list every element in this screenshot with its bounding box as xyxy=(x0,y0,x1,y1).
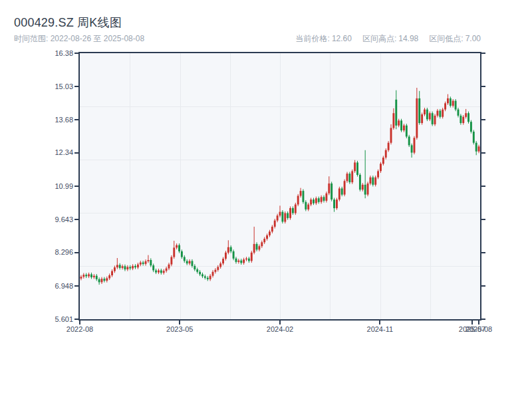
candle-body-up xyxy=(414,138,416,152)
candle-body-down xyxy=(348,174,350,182)
candle-body-up xyxy=(212,272,214,276)
candle-body-down xyxy=(356,162,358,175)
candle-body-up xyxy=(251,253,253,261)
candle-body-up xyxy=(261,242,263,246)
candle-body-up xyxy=(111,271,113,275)
stat-range-high-value: 14.98 xyxy=(398,34,418,43)
y-tick-label: 12.34 xyxy=(35,148,73,156)
candle-body-up xyxy=(245,259,247,260)
candle-body-up xyxy=(385,150,387,158)
candle-body-down xyxy=(199,272,201,275)
x-tick-mark xyxy=(478,321,479,325)
x-tick-label: 2023-05 xyxy=(153,325,206,333)
candle-body-down xyxy=(152,265,154,270)
candle-body-up xyxy=(145,261,147,264)
candle-body-up xyxy=(429,113,431,119)
candle-body-down xyxy=(287,213,289,218)
candle-body-up xyxy=(219,263,221,267)
candle-body-down xyxy=(395,100,397,126)
candle-body-down xyxy=(194,266,196,269)
candle-body-up xyxy=(258,246,260,249)
candle-body-up xyxy=(217,267,219,270)
candle-body-down xyxy=(204,277,206,278)
candle-body-up xyxy=(88,275,90,277)
candle-body-down xyxy=(418,98,420,123)
candle-body-up xyxy=(374,178,376,185)
y-tick-mark-left xyxy=(74,186,78,187)
candle-body-up xyxy=(122,266,124,268)
y-tick-label: 10.99 xyxy=(35,182,73,190)
candle-body-up xyxy=(168,265,170,269)
x-tick-mark xyxy=(379,321,380,325)
candle-body-down xyxy=(129,267,131,268)
candle-body-down xyxy=(201,275,203,277)
candle-body-up xyxy=(253,244,255,253)
y-tick-mark-left xyxy=(74,152,78,154)
candle-body-down xyxy=(184,257,186,261)
candle-body-down xyxy=(303,191,305,202)
candle-body-down xyxy=(124,266,126,269)
candle-body-up xyxy=(106,278,108,281)
candle-body-down xyxy=(134,266,136,267)
candle-body-up xyxy=(243,259,245,263)
candle-body-down xyxy=(318,198,320,202)
candle-body-up xyxy=(274,221,276,227)
candle-body-up xyxy=(277,215,279,220)
candle-body-up xyxy=(271,227,273,231)
candle-body-up xyxy=(114,267,116,271)
y-tick-mark-left xyxy=(74,319,78,320)
candle-body-up xyxy=(227,247,229,253)
candle-body-down xyxy=(408,136,410,145)
y-tick-mark-left xyxy=(74,285,78,287)
candle-body-down xyxy=(96,276,98,279)
candle-body-up xyxy=(209,276,211,279)
candle-body-up xyxy=(354,162,356,171)
candle-body-down xyxy=(155,271,157,273)
candle-body-up xyxy=(108,275,110,279)
y-tick-label: 6.948 xyxy=(35,282,73,290)
y-tick-label: 8.296 xyxy=(35,248,73,256)
y-tick-label: 5.601 xyxy=(35,315,73,323)
x-tick-label: 2024-11 xyxy=(353,325,406,333)
candle-body-down xyxy=(235,259,237,262)
y-tick-mark-right xyxy=(481,186,485,187)
candle-body-down xyxy=(256,244,258,250)
candle-body-up xyxy=(321,197,323,201)
y-tick-mark-right xyxy=(481,53,485,54)
candle-body-up xyxy=(478,146,480,151)
chart-title: 000429.SZ 周K线图 xyxy=(14,15,122,31)
candle-body-up xyxy=(307,205,309,209)
candle-body-up xyxy=(442,110,444,117)
candle-body-up xyxy=(325,194,327,201)
candle-body-down xyxy=(450,98,452,106)
x-tick-label: 2024-02 xyxy=(253,325,307,333)
price-stats: 当前价格:12.60 区间高点:14.98 区间低点:7.00 xyxy=(296,33,481,45)
candle-body-down xyxy=(305,202,307,209)
candle-body-up xyxy=(170,257,172,265)
y-tick-mark-right xyxy=(481,152,485,154)
candle-body-up xyxy=(315,198,317,203)
candle-body-up xyxy=(338,188,340,200)
candle-body-down xyxy=(455,101,457,110)
candle-body-up xyxy=(176,245,178,248)
candle-body-down xyxy=(196,269,198,272)
candle-body-down xyxy=(207,278,209,279)
candle-body-down xyxy=(458,110,460,116)
stat-range-high-label: 区间高点: xyxy=(362,34,396,43)
candle-body-up xyxy=(367,184,369,195)
candle-body-up xyxy=(214,270,216,272)
candle-body-down xyxy=(372,178,374,185)
candle-body-down xyxy=(119,265,121,268)
candle-body-down xyxy=(230,247,232,251)
candle-body-up xyxy=(289,208,291,218)
candle-body-down xyxy=(359,175,361,190)
candle-body-down xyxy=(186,261,188,264)
stat-range-high: 区间高点:14.98 xyxy=(362,33,418,45)
candle-body-down xyxy=(240,261,242,263)
y-tick-mark-left xyxy=(74,119,78,120)
candle-body-up xyxy=(444,103,446,109)
candle-body-up xyxy=(434,116,436,124)
candle-body-up xyxy=(380,164,382,171)
candle-body-down xyxy=(181,251,183,257)
candle-body-down xyxy=(467,113,469,122)
